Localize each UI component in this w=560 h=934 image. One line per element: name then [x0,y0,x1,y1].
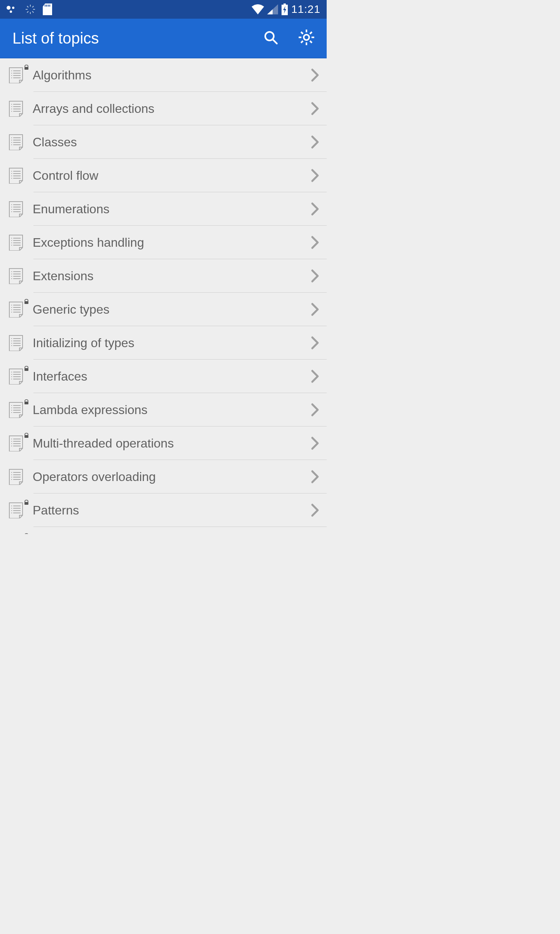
document-icon [8,435,33,451]
topic-row[interactable]: Enumerations [0,192,327,226]
topic-row[interactable]: Classes [0,125,327,159]
lock-icon [24,433,29,440]
topic-label: Multi-threaded operations [33,436,303,451]
topic-label: Interfaces [33,369,303,384]
topic-label: Operators overloading [33,470,303,484]
document-icon [8,301,33,318]
topic-row[interactable]: Operators overloading [0,460,327,493]
svg-line-10 [27,11,29,13]
topic-label: Generic types [33,302,303,317]
document-icon [8,67,33,83]
document-icon [8,469,33,485]
topic-label: Patterns [33,503,303,518]
topic-label: Arrays and collections [33,102,303,116]
chevron-right-icon [303,134,327,150]
svg-line-8 [32,11,34,13]
topic-row[interactable]: Initializing of types [0,326,327,360]
svg-line-7 [27,6,29,8]
cell-signal-icon [267,4,278,14]
lock-icon [24,65,29,72]
chevron-right-icon [303,67,327,83]
lock-icon [24,500,29,507]
svg-line-9 [32,6,34,8]
chevron-right-icon [303,101,327,116]
svg-point-0 [7,6,10,10]
document-icon [8,100,33,117]
topic-label: Exceptions handling [33,235,303,250]
svg-rect-119 [24,402,28,404]
app-bar-actions [263,29,315,47]
topic-row[interactable]: Control flow [0,159,327,192]
notification-dots-icon [6,5,18,13]
chevron-right-icon [303,435,327,451]
topic-label: Extensions [33,269,303,283]
svg-line-27 [301,41,303,43]
chevron-right-icon [303,168,327,183]
topic-row[interactable]: Exceptions handling [0,226,327,259]
lock-icon [24,533,29,534]
search-icon[interactable] [263,30,278,47]
document-icon [8,167,33,184]
chevron-right-icon [303,369,327,384]
chevron-right-icon [303,302,327,317]
topic-row[interactable]: Generic types [0,293,327,326]
topic-row[interactable]: Arrays and collections [0,92,327,125]
document-icon [8,335,33,351]
topic-row[interactable]: Patterns [0,493,327,527]
battery-charging-icon [281,4,288,15]
document-icon [8,234,33,251]
lock-icon [24,399,29,406]
chevron-right-icon [303,469,327,485]
svg-rect-15 [284,4,286,5]
svg-rect-93 [24,301,28,304]
status-left [6,4,52,15]
topic-row[interactable]: Lambda expressions [0,393,327,427]
chevron-right-icon [303,502,327,518]
svg-rect-110 [24,368,28,371]
document-icon [8,268,33,284]
topic-label: Enumerations [33,202,303,216]
topic-row[interactable]: Multi-threaded operations [0,427,327,460]
document-icon [8,201,33,217]
svg-line-18 [273,39,277,44]
svg-line-24 [301,32,303,34]
topic-row[interactable]: Reflection (late binding) [0,527,327,534]
topic-row[interactable]: Algorithms [0,58,327,92]
svg-point-1 [12,7,14,9]
document-icon [8,134,33,150]
topic-label: Control flow [33,169,303,183]
topic-label: Initializing of types [33,336,303,350]
svg-rect-13 [48,5,49,7]
topic-row[interactable]: Extensions [0,259,327,293]
svg-rect-145 [24,502,28,505]
status-clock: 11:21 [291,3,320,16]
svg-line-25 [310,41,312,43]
topic-list: AlgorithmsArrays and collectionsClassesC… [0,58,327,534]
svg-rect-36 [24,67,28,70]
svg-line-26 [310,32,312,34]
document-icon [8,402,33,418]
status-bar: 11:21 [0,0,327,19]
svg-rect-128 [24,435,28,438]
svg-rect-14 [49,5,50,7]
document-icon [8,502,33,518]
topic-label: Algorithms [33,68,303,83]
chevron-right-icon [303,235,327,250]
topic-row[interactable]: Interfaces [0,360,327,393]
chevron-right-icon [303,335,327,351]
gear-icon[interactable] [298,29,315,47]
svg-point-19 [304,35,309,40]
loading-spinner-icon [25,4,36,15]
chevron-right-icon [303,201,327,217]
app-bar: List of topics [0,19,327,58]
page-title: List of topics [12,30,263,47]
chevron-right-icon [303,268,327,284]
wifi-icon [252,4,264,14]
document-icon [8,368,33,384]
chevron-right-icon [303,402,327,418]
lock-icon [24,366,29,373]
svg-rect-11 [45,5,46,7]
sd-card-icon [43,4,52,15]
status-right: 11:21 [252,3,320,16]
lock-icon [24,299,29,306]
